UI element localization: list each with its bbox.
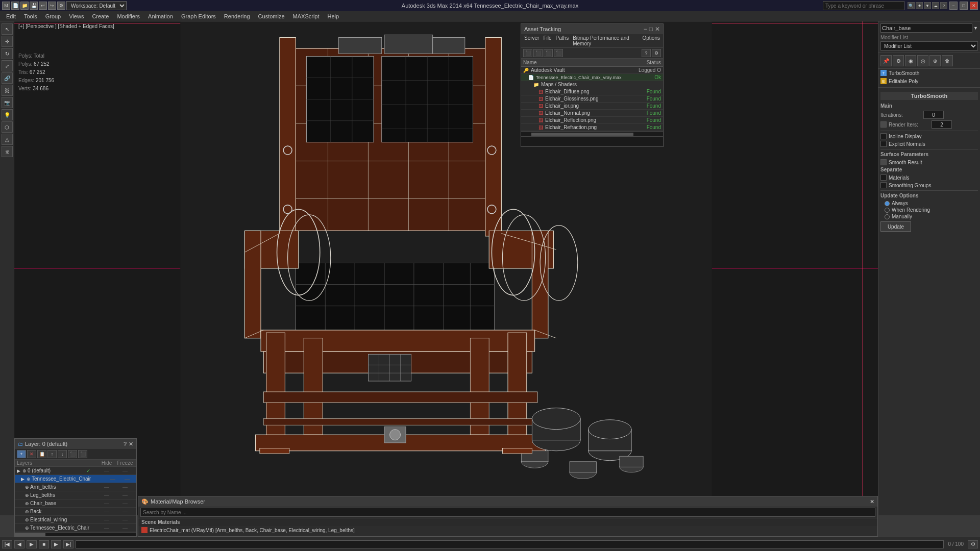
layer-new-btn[interactable]: 📋 (37, 450, 46, 458)
asset-panel-minimize[interactable]: − (644, 26, 647, 33)
materials-checkbox[interactable] (880, 174, 887, 181)
asset-panel-close[interactable]: ✕ (655, 26, 660, 33)
layer-row-elec-chair[interactable]: ▶ ⊕ Tennessee_Electric_Chair — — (15, 475, 136, 483)
update-button[interactable]: Update (880, 221, 911, 232)
menu-group[interactable]: Group (41, 11, 65, 21)
smooth-result-checkbox[interactable] (880, 159, 887, 165)
layer-row-back[interactable]: ⊕ Back — — (15, 508, 136, 516)
timeline-prev-btn[interactable]: ◀ (14, 540, 24, 548)
timeline-stop-btn[interactable]: ■ (39, 540, 49, 548)
asset-panel-resize[interactable]: □ (649, 26, 653, 33)
workspace-dropdown[interactable]: Workspace: Default (66, 1, 127, 10)
layer-row-arm-belths[interactable]: ⊕ Arm_belths — — (15, 483, 136, 491)
close-btn[interactable]: ✕ (970, 2, 978, 10)
time-config-btn[interactable]: ⚙ (968, 540, 978, 548)
light-tool-btn[interactable]: 💡 (2, 109, 13, 120)
helper-tool-btn[interactable]: ⬡ (2, 121, 13, 133)
make-unique-btn[interactable]: ⊕ (929, 55, 941, 66)
save-btn[interactable]: 💾 (30, 2, 38, 10)
render-settings-btn[interactable]: ⚙ (57, 2, 65, 10)
move-tool-btn[interactable]: ✛ (2, 36, 13, 47)
asset-tb-3[interactable]: ⬛ (544, 49, 553, 57)
timeline-next-btn[interactable]: ▶ (51, 540, 61, 548)
iterations-input[interactable] (923, 111, 944, 119)
filter-icon[interactable]: ▼ (924, 2, 931, 9)
asset-row-glossiness[interactable]: 🖼 Elchair_Glossiness.png Found (521, 95, 663, 103)
when-rendering-radio[interactable] (885, 208, 890, 213)
menu-animation[interactable]: Animation (144, 11, 177, 21)
render-iters-input[interactable] (932, 120, 952, 129)
asset-row-normal[interactable]: 🖼 Elchair_Normal.png Found (521, 110, 663, 117)
timeline-scrubber[interactable] (76, 540, 944, 548)
layer-move-up-btn[interactable]: ↑ (47, 450, 57, 458)
timeline-play-btn[interactable]: ▶ (27, 540, 37, 548)
render-iters-checkbox[interactable] (880, 121, 887, 128)
menu-rendering[interactable]: Rendering (220, 11, 254, 21)
object-name-field[interactable] (880, 23, 972, 33)
scale-tool-btn[interactable]: ⤢ (2, 60, 13, 71)
cloud-icon[interactable]: ☁ (932, 2, 939, 9)
always-radio[interactable] (885, 201, 890, 206)
asset-scroll-thumb[interactable] (531, 133, 633, 136)
menu-views[interactable]: Views (65, 11, 88, 21)
editable-poly-modifier-item[interactable]: E Editable Poly (878, 77, 980, 85)
redo-btn[interactable]: ↪ (48, 2, 56, 10)
layer-collapse-btn[interactable]: ⬛ (78, 450, 87, 458)
turbosmooth-modifier-item[interactable]: T TurboSmooth (878, 69, 980, 77)
asset-help-btn[interactable]: ? (642, 49, 651, 57)
asset-row-file[interactable]: 📄 Tennessee_Electric_Chair_max_vray.max … (521, 74, 663, 81)
asset-tb-4[interactable]: ⬛ (554, 49, 563, 57)
asset-config-btn[interactable]: ⚙ (652, 49, 661, 57)
menu-tools[interactable]: Tools (20, 11, 41, 21)
unlink-tool-btn[interactable]: ⛓ (2, 85, 13, 96)
layers-help-btn[interactable]: ? (124, 441, 127, 447)
menu-edit[interactable]: Edit (2, 11, 20, 21)
asset-menu-bitmap[interactable]: Bitmap Performance and Memory (573, 35, 638, 46)
viewport[interactable]: [+] [Perspective ] [Shaded + Edged Faces… (14, 21, 878, 515)
mat-search-input[interactable] (140, 508, 875, 517)
asset-scrollbar[interactable] (521, 131, 663, 136)
particle-tool-btn[interactable]: ※ (2, 146, 13, 157)
object-name-dropdown-arrow[interactable]: ▼ (973, 26, 978, 31)
asset-row-reflection[interactable]: 🖼 Elchair_Reflection.png Found (521, 117, 663, 124)
layer-add-btn[interactable]: + (17, 450, 26, 458)
show-all-btn[interactable]: ◉ (905, 55, 916, 66)
bookmark-icon[interactable]: ★ (916, 2, 923, 9)
maximize-btn[interactable]: □ (960, 2, 968, 10)
mat-browser-close[interactable]: ✕ (870, 498, 874, 505)
manually-radio[interactable] (885, 214, 890, 219)
asset-row-diffuse[interactable]: 🖼 Elchair_Diffuse.png Found (521, 88, 663, 95)
asset-row-vault[interactable]: 🔑 Autodesk Vault Logged O (521, 67, 663, 74)
show-end-result-btn[interactable]: ◎ (917, 55, 928, 66)
asset-menu-file[interactable]: File (543, 35, 551, 46)
minimize-btn[interactable]: − (949, 2, 958, 10)
asset-tb-1[interactable]: ⬛ (523, 49, 532, 57)
menu-create[interactable]: Create (88, 11, 113, 21)
open-btn[interactable]: 📁 (20, 2, 29, 10)
pin-btn[interactable]: 📌 (880, 55, 892, 66)
layer-row-leg-belths[interactable]: ⊕ Leg_belths — — (15, 491, 136, 499)
menu-modifiers[interactable]: Modifiers (113, 11, 144, 21)
modifier-list-dropdown[interactable]: Modifier List (880, 41, 978, 51)
search-input[interactable] (823, 1, 904, 10)
new-btn[interactable]: 📄 (11, 2, 19, 10)
select-tool-btn[interactable]: ↖ (2, 23, 13, 35)
menu-help[interactable]: Help (324, 11, 344, 21)
layers-close-btn[interactable]: ✕ (129, 441, 133, 447)
app-icon-btn[interactable]: M (2, 2, 10, 10)
smoothing-groups-checkbox[interactable] (880, 182, 887, 188)
layer-row-chair-base[interactable]: ⊕ Chair_base — — (15, 499, 136, 508)
help-icon[interactable]: ? (940, 2, 947, 9)
layers-scroll-thumb[interactable] (15, 533, 45, 536)
asset-row-maps[interactable]: 📁 Maps / Shaders (521, 81, 663, 88)
explicit-normals-checkbox[interactable] (880, 141, 887, 147)
layer-row-electrical[interactable]: ⊕ Electrical_wiring — — (15, 516, 136, 524)
layer-row-default[interactable]: ▶ ⊕ 0 (default) ✓ — — (15, 467, 136, 475)
menu-graph-editors[interactable]: Graph Editors (177, 11, 220, 21)
layer-expand-btn[interactable]: ⬛ (68, 450, 77, 458)
layer-row-tec[interactable]: ⊕ Tennessee_Electric_Chair — — (15, 524, 136, 532)
shape-tool-btn[interactable]: △ (2, 134, 13, 145)
layer-delete-btn[interactable]: ✕ (27, 450, 36, 458)
asset-row-refraction[interactable]: 🖼 Elchair_Refraction.png Found (521, 124, 663, 131)
asset-menu-options[interactable]: Options (643, 35, 660, 46)
